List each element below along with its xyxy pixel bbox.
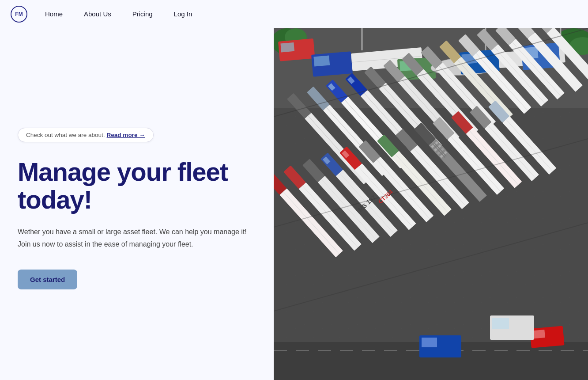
main-layout: Check out what we are about. Read more →… [0, 28, 588, 380]
read-more-banner: Check out what we are about. Read more → [18, 128, 154, 142]
right-panel: MS 197 CT204 [274, 28, 588, 380]
left-panel: Check out what we are about. Read more →… [0, 28, 274, 380]
svg-rect-13 [313, 55, 330, 66]
logo: FM [11, 6, 27, 23]
nav-pricing[interactable]: Pricing [132, 10, 153, 18]
svg-rect-122 [422, 338, 437, 347]
svg-rect-11 [280, 42, 294, 53]
navbar: FM Home About Us Pricing Log In [0, 0, 588, 28]
read-more-link[interactable]: Read more → [107, 132, 145, 138]
banner-text: Check out what we are about. [26, 132, 105, 138]
nav-links: Home About Us Pricing Log In [45, 10, 192, 18]
get-started-button[interactable]: Get started [18, 270, 77, 289]
truck-scene-svg: MS 197 CT204 [274, 28, 588, 380]
nav-login[interactable]: Log In [174, 10, 192, 18]
nav-home[interactable]: Home [45, 10, 63, 18]
hero-subtitle: Wether you have a small or large asset f… [18, 226, 256, 250]
nav-about[interactable]: About Us [84, 10, 111, 18]
hero-title: Manage your fleet today! [18, 158, 256, 213]
svg-rect-120 [492, 318, 509, 329]
